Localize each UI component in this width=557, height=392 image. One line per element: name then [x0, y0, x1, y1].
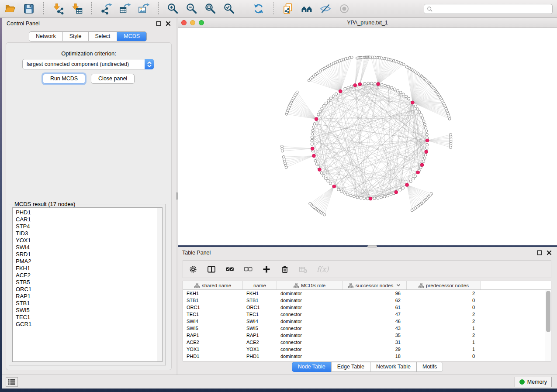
graph-node[interactable]	[309, 203, 311, 205]
column-header-shared-name[interactable]: shared name	[183, 281, 243, 289]
graph-node[interactable]	[377, 197, 379, 199]
graph-node[interactable]	[312, 126, 315, 128]
tab-network-table[interactable]: Network Table	[370, 362, 417, 372]
tab-style[interactable]: Style	[63, 32, 89, 41]
mcds-result-item[interactable]: STB5	[16, 279, 162, 286]
cell-predecessor-nodes[interactable]: 2	[407, 312, 481, 317]
graph-node[interactable]	[399, 91, 402, 94]
cell-successor-nodes[interactable]: 62	[343, 298, 407, 303]
graph-node-dominator[interactable]	[312, 154, 316, 158]
cell-name[interactable]: FKH1	[243, 291, 277, 296]
cell-successor-nodes[interactable]: 29	[343, 347, 407, 352]
cell-successor-nodes[interactable]: 18	[343, 354, 407, 359]
column-header-successor-nodes[interactable]: successor nodes	[343, 281, 407, 289]
close-panel-icon[interactable]	[165, 20, 172, 27]
graph-node[interactable]	[349, 194, 352, 197]
graph-node[interactable]	[373, 197, 376, 199]
graph-node[interactable]	[335, 93, 338, 95]
search-input[interactable]	[433, 5, 550, 13]
graph-node[interactable]	[422, 160, 425, 163]
graph-node[interactable]	[320, 172, 323, 174]
graph-node[interactable]	[322, 104, 325, 107]
optimization-criterion-select[interactable]: largest connected component (undirected)	[22, 59, 154, 69]
select-all-icon[interactable]	[225, 265, 235, 274]
cell-name[interactable]: SWI4	[243, 319, 277, 324]
cell-predecessor-nodes[interactable]: 1	[407, 347, 481, 352]
cell-successor-nodes[interactable]: 46	[343, 319, 407, 324]
cell-name[interactable]: STB1	[243, 298, 277, 303]
cell-shared-name[interactable]: ORC1	[183, 305, 243, 310]
cell-shared-name[interactable]: SWI4	[183, 319, 243, 324]
graph-node[interactable]	[374, 83, 376, 85]
mcds-result-item[interactable]: ORC1	[16, 286, 162, 293]
graph-node[interactable]	[311, 136, 313, 138]
cell-predecessor-nodes[interactable]: 2	[407, 291, 481, 296]
minimize-window-icon[interactable]	[190, 20, 195, 25]
table-row[interactable]: SWI5SWI5connector431	[183, 325, 545, 332]
mcds-result-item[interactable]: YOX1	[16, 237, 162, 244]
cell-successor-nodes[interactable]: 96	[343, 291, 407, 296]
run-mcds-button[interactable]: Run MCDS	[43, 74, 85, 84]
graph-node[interactable]	[311, 129, 314, 132]
graph-node[interactable]	[337, 188, 340, 191]
cell-shared-name[interactable]: YOX1	[183, 347, 243, 352]
graph-node[interactable]	[313, 123, 316, 125]
export-table-icon[interactable]	[118, 2, 131, 15]
mcds-result-list[interactable]: PHD1CAR1STP4TID3YOX1SWI4SRD1PMA2FKH1ACE2…	[12, 207, 163, 362]
cell-shared-name[interactable]: SWI5	[183, 326, 243, 331]
import-table-icon[interactable]	[70, 2, 83, 15]
graph-node[interactable]	[347, 86, 349, 89]
table-row[interactable]: FKH1FKH1dominator962	[183, 290, 545, 297]
graph-node[interactable]	[411, 209, 413, 212]
graph-node[interactable]	[402, 93, 405, 96]
graph-node[interactable]	[423, 157, 426, 159]
graph-node[interactable]	[311, 133, 314, 135]
cell-shared-name[interactable]: TEC1	[183, 312, 243, 317]
memory-button[interactable]: Memory	[515, 377, 552, 387]
table-row[interactable]: ORC1ORC1dominator610	[183, 304, 545, 311]
graph-node[interactable]	[329, 97, 332, 100]
graph-node[interactable]	[327, 100, 330, 102]
cell-name[interactable]: ORC1	[243, 305, 277, 310]
cell-shared-name[interactable]: RAP1	[183, 333, 243, 338]
tab-network[interactable]: Network	[29, 32, 63, 41]
zoom-out-icon[interactable]	[185, 2, 198, 15]
network-window-titlebar[interactable]: YPA_prune.txt_1	[178, 18, 557, 28]
graph-node-dominator[interactable]	[353, 83, 357, 87]
cell-name[interactable]: ACE2	[243, 340, 277, 345]
graph-node[interactable]	[370, 82, 373, 85]
open-file-icon[interactable]	[3, 2, 17, 15]
show-columns-icon[interactable]	[207, 265, 216, 274]
graph-node[interactable]	[322, 174, 325, 177]
graph-node[interactable]	[384, 84, 386, 87]
cell-predecessor-nodes[interactable]: 0	[407, 298, 481, 303]
graph-node[interactable]	[315, 163, 318, 165]
maximize-window-icon[interactable]	[199, 20, 204, 25]
cell-MCDS-role[interactable]: connector	[277, 347, 343, 352]
cell-predecessor-nodes[interactable]: 0	[407, 305, 481, 310]
close-table-panel-icon[interactable]	[546, 249, 553, 256]
hide-details-icon[interactable]	[319, 2, 332, 15]
tab-edge-table[interactable]: Edge Table	[331, 362, 370, 372]
graph-node-dominator[interactable]	[339, 89, 342, 93]
table-scrollbar-thumb[interactable]	[546, 291, 550, 332]
cell-predecessor-nodes[interactable]: 2	[407, 333, 481, 338]
mcds-result-item[interactable]: TEC1	[16, 314, 162, 321]
graph-node[interactable]	[296, 91, 298, 93]
cell-predecessor-nodes[interactable]: 1	[407, 340, 481, 345]
graph-node-dominator[interactable]	[425, 150, 428, 154]
graph-node[interactable]	[363, 82, 366, 85]
graph-node[interactable]	[423, 123, 426, 126]
graph-node[interactable]	[325, 177, 327, 180]
cell-MCDS-role[interactable]: connector	[277, 312, 343, 317]
graph-node[interactable]	[420, 113, 422, 116]
graph-node[interactable]	[387, 194, 389, 197]
graph-node-dominator[interactable]	[318, 168, 322, 172]
mcds-result-item[interactable]: FKH1	[16, 265, 162, 272]
graph-node[interactable]	[350, 56, 353, 58]
graph-node-dominator[interactable]	[394, 190, 398, 194]
cell-successor-nodes[interactable]: 47	[343, 312, 407, 317]
cell-predecessor-nodes[interactable]: 0	[407, 354, 481, 359]
graph-node[interactable]	[425, 130, 428, 132]
graph-node[interactable]	[416, 108, 419, 110]
